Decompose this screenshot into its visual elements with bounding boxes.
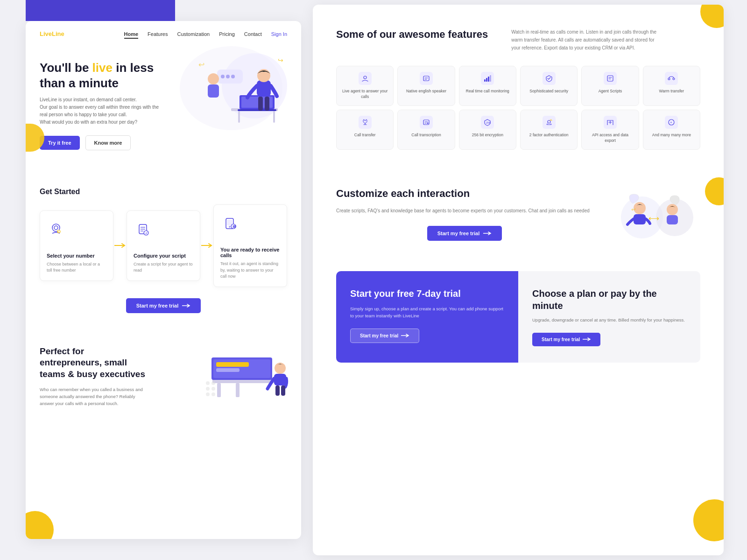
steps-row: $ Select your number Choose between a lo… (40, 204, 287, 287)
feature-label-1: Live agent to answer your calls (341, 89, 388, 100)
customize-trial-button[interactable]: Start my free trial (427, 226, 502, 241)
svg-point-48 (211, 387, 215, 391)
step-icon-1: $ (47, 220, 65, 239)
svg-rect-41 (274, 374, 286, 385)
nav-pricing[interactable]: Pricing (219, 31, 235, 37)
feature-icon-2 (420, 72, 433, 85)
feature-item-4: Sophisticated security (520, 66, 578, 106)
step-arrow-1 (113, 243, 127, 248)
feature-label-12: And many many more (648, 133, 695, 138)
feature-item-3: Real time call monitoring (459, 66, 516, 106)
yellow-circle-bottom-right (693, 499, 724, 541)
feature-icon-3 (481, 72, 494, 85)
svg-point-49 (211, 392, 215, 396)
svg-point-46 (206, 392, 210, 396)
feature-item-11: API access and data export (581, 110, 639, 150)
cta-left-btn-label: Start my free trial (360, 333, 398, 338)
feature-label-2: Native english speaker (402, 89, 450, 94)
cta-right-trial-button[interactable]: Start my free trial (532, 333, 600, 346)
step-title-3: You are ready to receive calls (220, 247, 280, 258)
step-card-1: $ Select your number Choose between a lo… (40, 210, 113, 281)
know-more-button[interactable]: Know more (85, 135, 131, 150)
perfect-for-section: Perfect for entrepreneurs, small teams &… (26, 332, 301, 425)
step-card-3: ☎ You are ready to receive calls Test it… (213, 204, 287, 287)
step-card-2: ✓ Configure your script Create a script … (127, 210, 200, 281)
perfect-for-title: Perfect for entrepreneurs, small teams &… (40, 346, 147, 380)
svg-rect-42 (275, 385, 280, 396)
feature-icon-12: + (665, 116, 678, 129)
feature-label-10: 2 factor authentication (525, 133, 572, 138)
get-started-trial-button[interactable]: Start my free trial (126, 298, 201, 313)
svg-text:256: 256 (486, 121, 491, 124)
feature-icon-6 (665, 72, 678, 85)
feature-label-3: Real time call monitoring (464, 89, 511, 94)
hero-title-pre: You'll be (40, 61, 92, 75)
hero-section: You'll be live in less than a minute Liv… (26, 46, 301, 160)
cta-right-btn-label: Start my free trial (542, 337, 580, 342)
feature-label-11: API access and data export (586, 133, 634, 144)
svg-rect-16 (208, 84, 219, 98)
try-it-free-button[interactable]: Try it free (40, 136, 80, 150)
feature-item-9: 256 256 bit encryption (459, 110, 516, 150)
customize-section: Customize each interaction Create script… (313, 173, 724, 262)
feature-item-5: Agent Scripts (581, 66, 639, 106)
features-section: Some of our awesome features Watch in re… (313, 5, 724, 164)
svg-point-60 (427, 122, 428, 124)
cta-left-trial-button[interactable]: Start my free trial (350, 329, 419, 343)
hero-title: You'll be live in less than a minute (40, 60, 170, 91)
step-icon-2: ✓ (134, 220, 152, 239)
yellow-circle-bottom-left (26, 511, 54, 539)
navigation: LiveLine Home Features Customization Pri… (26, 21, 301, 46)
step-title-1: Select your number (47, 253, 106, 259)
svg-text:$: $ (58, 230, 59, 233)
hero-illustration: ↩ ↪ (189, 44, 292, 133)
feature-label-6: Warm transfer (648, 89, 695, 94)
svg-text:⟷: ⟷ (648, 214, 659, 222)
right-panel: Some of our awesome features Watch in re… (313, 5, 724, 555)
features-title: Some of our awesome features (336, 28, 488, 42)
feature-icon-11 (604, 116, 617, 129)
svg-rect-59 (423, 120, 429, 125)
feature-item-7: Call transfer (336, 110, 394, 150)
cta-right-description: Upgrade, downgrade or cancel at any time… (532, 316, 686, 323)
nav-customization[interactable]: Customization (177, 31, 210, 37)
step-arrow-2 (200, 243, 213, 248)
svg-text:↩: ↩ (198, 61, 204, 69)
customize-illustration: ↩ ⟷ (607, 187, 700, 248)
svg-point-14 (231, 75, 235, 78)
feature-icon-8 (420, 116, 433, 129)
nav-features[interactable]: Features (148, 31, 168, 37)
nav-contact[interactable]: Contact (244, 31, 262, 37)
perfect-for-illustration (198, 336, 292, 420)
feature-icon-10 (543, 116, 556, 129)
customize-btn-label: Start my free trial (437, 231, 479, 236)
step-desc-2: Create a script for your agent to read (134, 261, 193, 274)
svg-rect-71 (667, 215, 678, 224)
step-title-2: Configure your script (134, 253, 193, 259)
customize-text: Customize each interaction Create script… (336, 187, 593, 241)
svg-point-29 (229, 226, 231, 228)
get-started-section: Get Started $ Select your number (26, 174, 301, 322)
svg-text:✓: ✓ (145, 231, 148, 234)
get-started-title: Get Started (40, 188, 287, 196)
feature-item-2: Native english speaker (397, 66, 455, 106)
svg-text:+: + (670, 120, 672, 125)
svg-point-13 (226, 75, 230, 78)
feature-icon-1 (359, 72, 372, 85)
feature-item-6: Warm transfer (643, 66, 700, 106)
hero-text: You'll be live in less than a minute Liv… (40, 60, 170, 150)
trial-btn-label: Start my free trial (136, 303, 178, 308)
feature-item-10: 2 factor authentication (520, 110, 578, 150)
svg-rect-51 (423, 76, 429, 81)
svg-rect-43 (281, 385, 285, 396)
svg-point-20 (54, 226, 58, 230)
svg-point-47 (211, 381, 215, 385)
nav-signin[interactable]: Sign In (271, 31, 287, 37)
cta-left-title: Start your free 7-day trial (350, 287, 504, 300)
svg-rect-38 (216, 362, 249, 367)
nav-links: Home Features Customization Pricing Cont… (124, 29, 287, 38)
feature-icon-4 (543, 72, 556, 85)
svg-point-45 (206, 387, 210, 391)
nav-home[interactable]: Home (124, 31, 139, 39)
svg-rect-34 (236, 383, 240, 397)
